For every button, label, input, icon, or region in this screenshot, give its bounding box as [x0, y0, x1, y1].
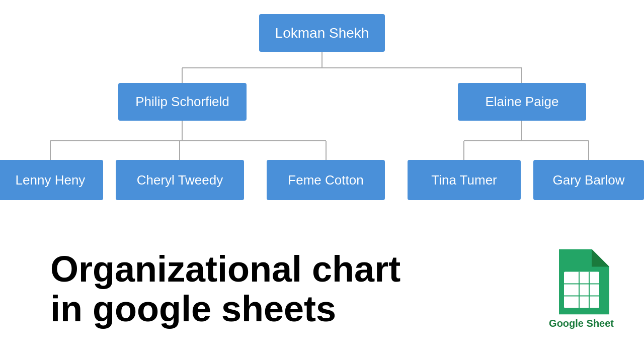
node-lenny: Lenny Heny — [0, 160, 103, 200]
page-title: Organizational chartin google sheets — [50, 249, 400, 329]
node-cheryl: Cheryl Tweedy — [116, 160, 244, 200]
org-chart: Lokman Shekh Philip Schorfield Elaine Pa… — [0, 0, 644, 216]
node-philip: Philip Schorfield — [118, 83, 247, 121]
bottom-section: Organizational chartin google sheets Goo… — [0, 216, 644, 362]
svg-rect-13 — [564, 272, 599, 308]
google-sheet-logo: Google Sheet — [549, 249, 614, 329]
node-elaine: Elaine Paige — [458, 83, 586, 121]
node-feme: Feme Cotton — [267, 160, 385, 200]
node-gary: Gary Barlow — [533, 160, 644, 200]
google-sheet-icon — [554, 249, 609, 315]
node-root: Lokman Shekh — [259, 14, 385, 52]
google-sheet-label: Google Sheet — [549, 318, 614, 329]
node-tina: Tina Tumer — [408, 160, 521, 200]
